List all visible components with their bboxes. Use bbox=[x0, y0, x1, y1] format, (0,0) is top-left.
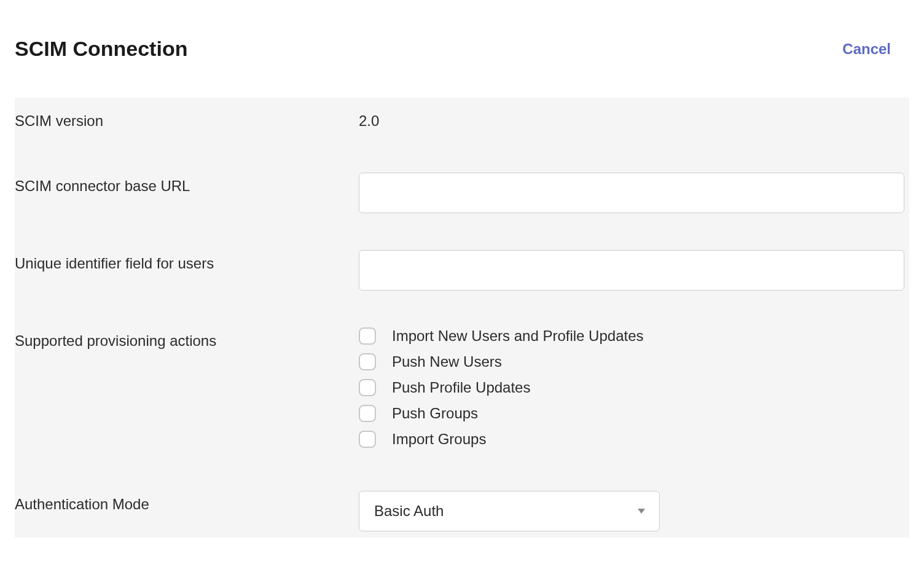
auth-mode-select-wrapper: Basic Auth bbox=[359, 491, 660, 531]
unique-id-label: Unique identifier field for users bbox=[15, 250, 359, 272]
checkbox-push-new-users-label: Push New Users bbox=[392, 353, 502, 370]
cancel-button[interactable]: Cancel bbox=[842, 41, 909, 58]
checkbox-push-profile-updates: Push Profile Updates bbox=[359, 379, 904, 396]
checkbox-import-users-label: Import New Users and Profile Updates bbox=[392, 327, 644, 345]
auth-mode-row: Authentication Mode Basic Auth bbox=[15, 485, 909, 538]
base-url-input[interactable] bbox=[359, 173, 904, 213]
page-header: SCIM Connection Cancel bbox=[15, 37, 909, 61]
auth-mode-select[interactable]: Basic Auth bbox=[359, 491, 660, 531]
unique-id-row: Unique identifier field for users bbox=[15, 244, 909, 297]
base-url-row: SCIM connector base URL bbox=[15, 166, 909, 219]
scim-version-value: 2.0 bbox=[359, 108, 904, 130]
provisioning-row: Supported provisioning actions Import Ne… bbox=[15, 321, 909, 454]
page-title: SCIM Connection bbox=[15, 37, 187, 61]
checkbox-import-groups-box[interactable] bbox=[359, 431, 376, 448]
scim-version-row: SCIM version 2.0 bbox=[15, 98, 909, 136]
base-url-label: SCIM connector base URL bbox=[15, 173, 359, 195]
checkbox-push-new-users: Push New Users bbox=[359, 353, 904, 370]
checkbox-push-profile-updates-label: Push Profile Updates bbox=[392, 379, 530, 396]
scim-form-panel: SCIM version 2.0 SCIM connector base URL… bbox=[15, 98, 909, 538]
unique-id-input[interactable] bbox=[359, 250, 904, 291]
checkbox-import-users-box[interactable] bbox=[359, 327, 376, 345]
provisioning-checkbox-list: Import New Users and Profile Updates Pus… bbox=[359, 327, 904, 448]
checkbox-push-groups-box[interactable] bbox=[359, 405, 376, 422]
checkbox-import-users: Import New Users and Profile Updates bbox=[359, 327, 904, 345]
checkbox-push-new-users-box[interactable] bbox=[359, 353, 376, 370]
auth-mode-label: Authentication Mode bbox=[15, 491, 359, 513]
checkbox-import-groups-label: Import Groups bbox=[392, 431, 486, 448]
checkbox-push-profile-updates-box[interactable] bbox=[359, 379, 376, 396]
checkbox-import-groups: Import Groups bbox=[359, 431, 904, 448]
provisioning-label: Supported provisioning actions bbox=[15, 327, 359, 350]
scim-version-label: SCIM version bbox=[15, 108, 359, 130]
checkbox-push-groups: Push Groups bbox=[359, 405, 904, 422]
checkbox-push-groups-label: Push Groups bbox=[392, 405, 478, 422]
